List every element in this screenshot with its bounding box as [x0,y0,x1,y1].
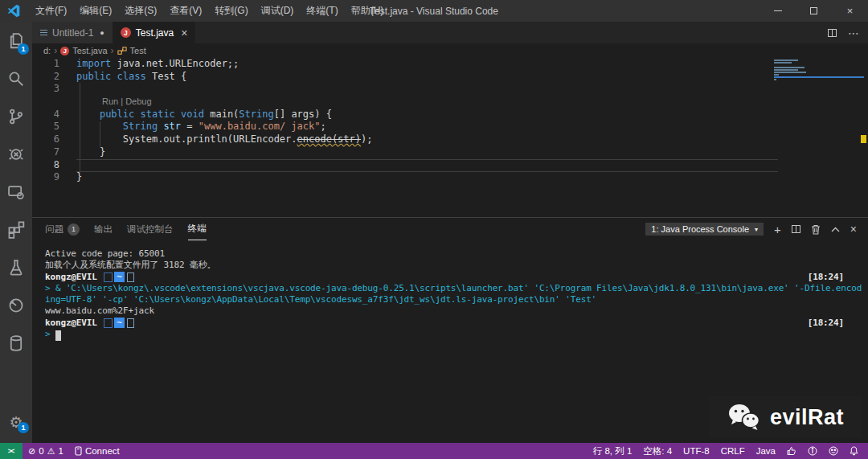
terminal-selector-value: 1: Java Process Console [651,224,749,234]
flask-icon [7,259,25,277]
split-editor-icon[interactable] [828,29,837,37]
trash-icon[interactable] [811,224,821,235]
code-line: 8 [32,159,868,172]
code-time-button[interactable] [0,286,32,324]
remote-icon: >< [8,447,14,455]
java-file-icon: J [60,47,69,55]
minimize-button[interactable] [760,0,796,22]
terminal-line: Active code page: 65001 [45,248,868,260]
problems-status[interactable]: ⊘ 0 ⚠ 1 [23,443,69,459]
extensions-icon [7,221,25,239]
info-button[interactable] [802,443,823,459]
tab-label: Test.java [136,27,174,39]
menu-file[interactable]: 文件(F) [29,0,73,22]
current-line-border-bottom [76,171,778,172]
indentation[interactable]: 空格: 4 [637,443,678,459]
feedback-thumb-button[interactable] [781,443,802,459]
terminal-output[interactable]: Active code page: 65001加载个人及系统配置文件用了 318… [32,240,868,340]
panel-tab-label: 问题 [45,223,63,236]
menu-selection[interactable]: 选择(S) [118,0,163,22]
menu-terminal[interactable]: 终端(T) [300,0,344,22]
tab-debug-console[interactable]: 调试控制台 [127,218,174,240]
tab-test-java[interactable]: J Test.java × [113,22,196,43]
tab-close-icon[interactable]: × [181,27,187,39]
database-icon [7,334,25,352]
chevron-right-icon: › [54,45,57,56]
vscode-window: 文件(F) 编辑(E) 选择(S) 查看(V) 转到(G) 调试(D) 终端(T… [0,0,868,459]
source-control-button[interactable] [0,97,32,135]
terminal-line: ing=UTF-8' '-cp' 'C:\Users\kongz\AppData… [45,294,868,305]
extensions-button[interactable] [0,211,32,248]
manage-button[interactable]: ⚙ 1 [0,406,32,438]
text-file-icon [40,28,47,37]
close-button[interactable]: × [832,0,868,22]
code-line: 2public class Test { [32,71,868,84]
tab-untitled-1[interactable]: Untitled-1 ● [32,22,113,43]
breadcrumb-file[interactable]: Test.java [72,46,107,55]
wechat-icon [727,403,762,432]
connect-button[interactable]: Connect [69,443,125,459]
menu-debug[interactable]: 调试(D) [255,0,301,22]
breadcrumb-symbol[interactable]: Test [130,46,146,55]
terminal-line: www.baidu.com%2F+jack [45,305,868,317]
error-icon: ⊘ [28,446,35,457]
connect-label: Connect [85,446,120,456]
terminal-line: > & 'C:\Users\kongz\.vscode\extensions\v… [45,283,868,294]
tab-problems[interactable]: 问题 1 [45,218,80,240]
terminal-line: kongz@EVIL ~ [18:24] [45,318,868,329]
warning-icon: ⚠ [47,446,55,457]
remote-indicator[interactable]: >< [0,443,23,459]
java-file-icon: J [121,27,131,38]
close-panel-icon[interactable]: × [850,223,857,236]
code-line: 5 String str = "www.baidu.com/ jack"; [32,121,868,133]
current-line-border-top [76,159,778,160]
modified-dot-icon[interactable]: ● [100,29,104,37]
chevron-right-icon: › [111,45,114,56]
encoding[interactable]: UTF-8 [678,443,715,459]
explorer-button[interactable]: 1 [0,22,32,59]
search-button[interactable] [0,59,32,97]
debug-button[interactable] [0,135,32,173]
menu-go[interactable]: 转到(G) [208,0,254,22]
terminal-line: > [45,329,868,340]
window-title: Test.java - Visual Studio Code [370,6,498,17]
remote-explorer-button[interactable] [0,173,32,211]
breadcrumb: d: › J Test.java › Test [32,43,868,58]
maximize-panel-icon[interactable] [831,227,840,232]
git-branch-icon [7,108,25,125]
code-editor[interactable]: 1import java.net.URLEncoder;;2public cla… [32,58,868,217]
tab-terminal[interactable]: 终端 [188,218,207,240]
menu-view[interactable]: 查看(V) [163,0,208,22]
language-mode[interactable]: Java [751,443,781,459]
notifications-button[interactable] [844,443,868,459]
minimap[interactable] [774,59,864,81]
editor-area: Untitled-1 ● J Test.java × ⋯ d: › J Test… [32,22,868,443]
tab-bar: Untitled-1 ● J Test.java × ⋯ [32,22,868,43]
terminal-selector[interactable]: 1: Java Process Console ▾ [645,223,764,236]
code-line: 3 [32,83,868,96]
split-terminal-icon[interactable] [792,225,800,233]
new-terminal-icon[interactable]: + [774,223,781,236]
codelens-row[interactable]: Run | Debug [32,96,868,109]
bell-icon [850,446,858,456]
activity-bar: 1 [0,22,32,443]
breadcrumb-drive[interactable]: d: [43,46,51,55]
cursor-position[interactable]: 行 8, 列 1 [588,443,638,459]
eol-sequence[interactable]: CRLF [715,443,751,459]
status-bar: >< ⊘ 0 ⚠ 1 Connect 行 8, 列 1 空格: 4 UTF-8 … [0,443,868,459]
terminal-line: 加载个人及系统配置文件用了 3182 毫秒。 [45,260,868,271]
panel-tab-label: 终端 [188,223,207,235]
codelens-run-debug[interactable]: Run | Debug [76,96,152,106]
search-icon [7,70,25,88]
terminal-timestamp: [18:24] [808,272,844,283]
explorer-badge: 1 [18,43,29,55]
panel-header: 问题 1 输出 调试控制台 终端 1: Java Process Console… [32,218,868,240]
database-button[interactable] [0,324,32,362]
maximize-button[interactable] [796,0,832,22]
feedback-smiley-button[interactable] [823,443,844,459]
more-actions-icon[interactable]: ⋯ [848,27,860,39]
menu-edit[interactable]: 编辑(E) [73,0,118,22]
warning-count: 1 [59,446,63,456]
test-explorer-button[interactable] [0,248,32,286]
tab-output[interactable]: 输出 [94,218,113,240]
